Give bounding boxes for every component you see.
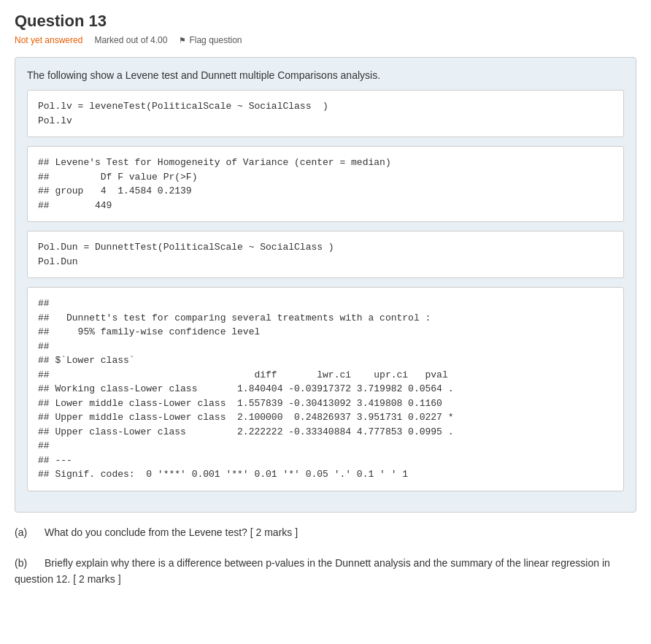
part-a: (a) What do you conclude from the Levene… — [15, 524, 636, 540]
part-a-text: What do you conclude from the Levene tes… — [45, 526, 298, 538]
flag-label: Flag question — [189, 35, 242, 45]
part-b: (b) Briefly explain why there is a diffe… — [15, 555, 636, 588]
question-content-box: The following show a Levene test and Dun… — [15, 57, 636, 513]
marked-out-label: Marked out of 4.00 — [94, 35, 167, 45]
part-b-label: (b) — [15, 557, 27, 569]
code-block-1: Pol.lv = leveneTest(PoliticalScale ~ Soc… — [27, 90, 624, 137]
flag-icon: ⚑ — [179, 36, 186, 45]
code-block-2: ## Levene's Test for Homogeneity of Vari… — [27, 146, 624, 222]
not-answered-label: Not yet answered — [15, 35, 82, 45]
question-title: Question 13 — [15, 12, 636, 31]
part-b-text: Briefly explain why there is a differenc… — [15, 557, 610, 585]
code-block-4: ## ## Dunnett's test for comparing sever… — [27, 287, 624, 491]
intro-text: The following show a Levene test and Dun… — [27, 69, 624, 81]
question-meta: Not yet answered Marked out of 4.00 ⚑ Fl… — [15, 35, 636, 45]
flag-question-button[interactable]: ⚑ Flag question — [179, 35, 242, 45]
code-block-3: Pol.Dun = DunnettTest(PoliticalScale ~ S… — [27, 231, 624, 278]
part-a-label: (a) — [15, 526, 27, 538]
